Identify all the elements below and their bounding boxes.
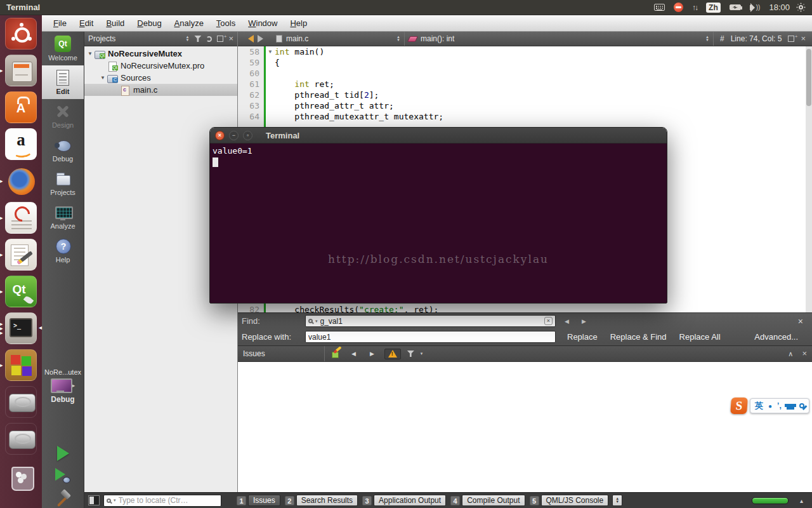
keyboard-icon[interactable] bbox=[654, 4, 665, 11]
launcher-disk-2-icon[interactable] bbox=[5, 423, 37, 455]
filter-icon[interactable] bbox=[194, 36, 201, 42]
menu-build[interactable]: Build bbox=[100, 15, 131, 32]
mode-help[interactable]: Help bbox=[42, 234, 84, 267]
replace-input[interactable] bbox=[305, 331, 556, 343]
clock[interactable]: 18:00 bbox=[769, 3, 790, 12]
tree-item-norecursivemutex[interactable]: ▼NoRecursiveMutex bbox=[84, 48, 237, 60]
debug-run-button[interactable] bbox=[55, 468, 70, 483]
search-options-arrow-icon[interactable]: ▾ bbox=[315, 319, 318, 324]
launcher-terminal-icon[interactable] bbox=[5, 312, 37, 344]
replace-button[interactable]: Replace bbox=[561, 332, 604, 342]
clear-find-icon[interactable]: × bbox=[544, 317, 553, 325]
terminal-close-button[interactable]: × bbox=[215, 131, 225, 140]
menu-window[interactable]: Window bbox=[242, 15, 284, 32]
split-editor-icon[interactable] bbox=[788, 36, 794, 42]
code-line-82[interactable]: 82 checkResults("create:", ret); bbox=[238, 304, 812, 312]
ime-punctuation-toggle[interactable]: ’, bbox=[777, 401, 782, 410]
locator-options-arrow-icon[interactable]: ▾ bbox=[114, 498, 116, 503]
symbol-selector[interactable]: main(): int bbox=[421, 34, 454, 43]
split-panel-icon[interactable] bbox=[217, 36, 223, 42]
battery-icon[interactable] bbox=[730, 4, 741, 10]
mode-edit[interactable]: Edit bbox=[42, 65, 84, 99]
clean-icon[interactable] bbox=[331, 349, 341, 358]
terminal-content[interactable]: value0=1 http://blog.csdn.net/ustcjackyl… bbox=[210, 144, 667, 303]
pane-button-label[interactable]: QML/JS Console bbox=[541, 495, 609, 506]
launcher-firefox-icon[interactable] bbox=[5, 165, 37, 197]
expand-arrow-icon[interactable]: ▼ bbox=[86, 51, 95, 57]
ime-tools-icon[interactable] bbox=[799, 403, 804, 408]
close-find-bar-icon[interactable]: × bbox=[793, 316, 808, 326]
session-gear-icon[interactable] bbox=[799, 5, 803, 10]
launcher-libreoffice-icon[interactable] bbox=[5, 202, 37, 234]
go-back-icon[interactable] bbox=[244, 35, 254, 43]
ime-toolbar[interactable]: S 英 ● ’, bbox=[731, 398, 809, 414]
code-line-62[interactable]: 62 pthread_t tid[2]; bbox=[238, 90, 812, 100]
kit-selector[interactable]: NoRe...utex ▸ Debug bbox=[42, 368, 84, 404]
menu-analyze[interactable]: Analyze bbox=[168, 15, 210, 32]
launcher-files-icon[interactable] bbox=[5, 55, 37, 86]
code-line-61[interactable]: 61 int ret; bbox=[238, 79, 812, 90]
input-method-badge[interactable]: Zh bbox=[706, 3, 721, 13]
find-input[interactable]: ▾ × bbox=[305, 315, 556, 327]
close-issues-panel-icon[interactable]: × bbox=[802, 351, 807, 357]
launcher-gedit-icon[interactable] bbox=[5, 239, 37, 271]
pane-button-label[interactable]: Compile Output bbox=[462, 495, 525, 506]
code-line-64[interactable]: 64 pthread_mutexattr_t mutexattr; bbox=[238, 111, 812, 122]
file-combo-arrows-icon[interactable]: ▲▼ bbox=[396, 36, 400, 42]
projects-panel-title[interactable]: Projects bbox=[88, 34, 115, 43]
mode-debug[interactable]: Debug bbox=[42, 133, 84, 166]
go-forward-icon[interactable] bbox=[258, 35, 267, 43]
ime-language-toggle[interactable]: 英 bbox=[755, 400, 763, 411]
launcher-software-center-icon[interactable] bbox=[5, 91, 37, 123]
toggle-sidebar-icon[interactable] bbox=[88, 495, 100, 505]
code-line-63[interactable]: 63 pthread_attr_t attr; bbox=[238, 100, 812, 111]
terminal-maximize-button[interactable]: ▫ bbox=[243, 131, 252, 140]
volume-icon[interactable]: )) bbox=[750, 4, 761, 11]
record-indicator-icon[interactable] bbox=[674, 3, 683, 12]
locator[interactable]: ▾ bbox=[103, 495, 221, 507]
find-previous-button[interactable]: ◀ bbox=[561, 318, 573, 324]
pane-button-label[interactable]: Issues bbox=[248, 495, 280, 506]
pane-button-label[interactable]: Search Results bbox=[296, 495, 358, 506]
launcher-blocks-icon[interactable] bbox=[5, 349, 37, 381]
code-line-59[interactable]: 59{ bbox=[238, 57, 812, 68]
replace-text-field[interactable] bbox=[308, 333, 553, 342]
output-pane-compile-output[interactable]: 4Compile Output bbox=[450, 495, 525, 506]
locator-input[interactable] bbox=[119, 496, 218, 505]
output-pane-combo[interactable]: ▲▼ bbox=[612, 495, 622, 506]
output-pane-search-results[interactable]: 2Search Results bbox=[285, 495, 358, 506]
launcher-amazon-icon[interactable] bbox=[5, 128, 37, 160]
tree-item-main-c[interactable]: main.c bbox=[84, 84, 237, 96]
code-line-58[interactable]: 58▼int main() bbox=[238, 46, 812, 57]
hash-button[interactable]: # bbox=[720, 34, 724, 43]
advanced-button[interactable]: Advanced... bbox=[748, 332, 804, 342]
expand-arrow-icon[interactable]: ▼ bbox=[98, 75, 107, 81]
mode-projects[interactable]: Projects bbox=[42, 166, 84, 200]
previous-issue-icon[interactable]: ◀ bbox=[348, 351, 360, 357]
mode-design[interactable]: Design bbox=[42, 99, 84, 133]
replace-all-button[interactable]: Replace All bbox=[673, 332, 727, 342]
output-pane-qml-js-console[interactable]: 5QML/JS Console bbox=[530, 495, 609, 506]
close-panel-icon[interactable]: × bbox=[228, 36, 233, 42]
menu-edit[interactable]: Edit bbox=[73, 15, 100, 32]
output-pane-application-output[interactable]: 3Application Output bbox=[362, 495, 446, 506]
panel-combo-arrows-icon[interactable]: ▲▼ bbox=[185, 36, 189, 42]
tree-item-sources[interactable]: ▼Sources bbox=[84, 72, 237, 84]
menu-file[interactable]: File bbox=[47, 15, 73, 32]
terminal-window[interactable]: × − ▫ Terminal value0=1 http://blog.csdn… bbox=[209, 127, 667, 304]
tree-item-norecursivemutex-pro[interactable]: NoRecursiveMutex.pro bbox=[84, 60, 237, 72]
launcher-qt-creator-icon[interactable] bbox=[5, 276, 37, 307]
terminal-titlebar[interactable]: × − ▫ Terminal bbox=[210, 128, 667, 144]
launcher-disk-1-icon[interactable] bbox=[5, 386, 37, 418]
next-issue-icon[interactable]: ▶ bbox=[366, 351, 378, 357]
mode-welcome[interactable]: Welcome bbox=[42, 32, 84, 65]
pane-button-label[interactable]: Application Output bbox=[374, 495, 446, 506]
network-arrows-icon[interactable]: ↑↓ bbox=[692, 3, 697, 12]
close-editor-icon[interactable]: × bbox=[801, 36, 806, 42]
symbol-combo-arrows-icon[interactable]: ▲▼ bbox=[705, 36, 709, 42]
issues-filter-icon[interactable] bbox=[407, 351, 414, 357]
menu-help[interactable]: Help bbox=[284, 15, 313, 32]
menu-debug[interactable]: Debug bbox=[131, 15, 167, 32]
mode-analyze[interactable]: Analyze bbox=[42, 200, 84, 234]
sync-with-editor-icon[interactable] bbox=[206, 36, 212, 42]
